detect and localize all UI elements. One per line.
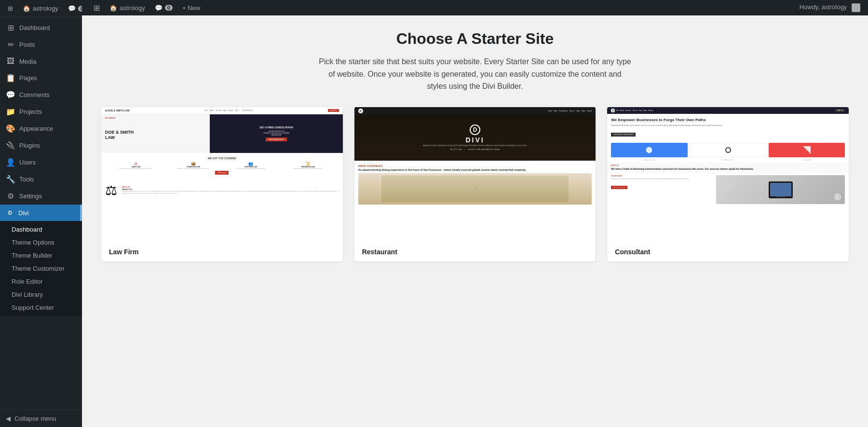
user-avatar xyxy=(852,3,860,12)
topbar-comment-icon: 💬 xyxy=(155,4,163,12)
topbar-home-icon: 🏠 xyxy=(109,4,117,12)
divi-subitem-support[interactable]: Support Center xyxy=(0,301,82,314)
page-title: Choose A Starter Site xyxy=(101,30,849,48)
sidebar-item-appearance[interactable]: 🎨 Appearance xyxy=(0,120,82,137)
sidebar-item-media[interactable]: 🖼 Media xyxy=(0,53,82,69)
settings-icon: ⚙ xyxy=(6,192,15,201)
divi-subitem-role-editor[interactable]: Role Editor xyxy=(0,275,82,288)
dashboard-icon: ⊞ xyxy=(6,23,15,32)
appearance-icon: 🎨 xyxy=(6,124,15,133)
sidebar-item-pages[interactable]: 📋 Pages xyxy=(0,69,82,86)
restaurant-label: Restaurant xyxy=(354,242,596,262)
divi-subitem-theme-builder[interactable]: Theme Builder xyxy=(0,249,82,262)
main-content: ⊞ 🏠 astrology 💬 0 + New Howdy, astrology… xyxy=(82,0,868,427)
sidebar-item-plugins[interactable]: 🔌 Plugins xyxy=(0,137,82,154)
topbar-new[interactable]: + New xyxy=(178,2,204,14)
comments-badge: 0 xyxy=(78,6,82,12)
sidebar-item-posts[interactable]: ✏ Posts xyxy=(0,36,82,53)
svg-marker-0 xyxy=(646,147,652,153)
comment-icon: 💬 xyxy=(68,5,76,12)
sidebar-topbar: ⊞ 🏠 astrology 💬 0 + New xyxy=(0,0,82,17)
pages-icon: 📋 xyxy=(6,73,15,83)
sidebar-item-projects[interactable]: 📁 Projects xyxy=(0,103,82,120)
divi-submenu: Dashboard Theme Options Theme Builder Th… xyxy=(0,221,82,316)
sidebar-item-comments[interactable]: 💬 Comments xyxy=(0,86,82,103)
sidebar-item-dashboard[interactable]: ⊞ Dashboard xyxy=(0,19,82,36)
plugins-icon: 🔌 xyxy=(6,141,15,150)
comments-link[interactable]: 💬 0 xyxy=(64,3,82,14)
sidebar: ⊞ 🏠 astrology 💬 0 + New ⊞ Dashboard ✏ Po… xyxy=(0,0,82,427)
topbar-site-name[interactable]: 🏠 astrology xyxy=(106,2,149,14)
topbar-user-greeting: Howdy, astrology xyxy=(800,3,860,12)
divi-subitem-theme-customizer[interactable]: Theme Customizer xyxy=(0,262,82,275)
wp-logo-icon: ⊞ xyxy=(8,5,13,12)
starter-sites-grid: ⊕ DOE & SMITH LAW HomeAboutServicesBlogC… xyxy=(101,107,849,262)
starter-site-restaurant[interactable]: D HomeBitesReservationsHours ▾BlogShopCo… xyxy=(354,107,596,262)
sidebar-item-tools[interactable]: 🔧 Tools xyxy=(0,171,82,188)
sidebar-item-users[interactable]: 👤 Users xyxy=(0,154,82,171)
restaurant-preview: D HomeBitesReservationsHours ▾BlogShopCo… xyxy=(354,107,596,242)
collapse-icon: ◀ xyxy=(6,415,11,422)
wp-logo-link[interactable]: ⊞ xyxy=(4,3,17,14)
users-icon: 👤 xyxy=(6,158,15,167)
law-firm-label: Law Firm xyxy=(101,242,343,262)
starter-site-consultant[interactable]: D DiviAboutServicesServiceShopBlogContac… xyxy=(607,107,849,262)
sidebar-item-divi[interactable]: D Divi xyxy=(0,205,82,221)
home-icon: 🏠 xyxy=(23,5,30,12)
topbar-wp-icon: ⊞ xyxy=(94,3,100,13)
divi-subitem-library[interactable]: Divi Library xyxy=(0,288,82,301)
page-description: Pick the starter site that best suits yo… xyxy=(318,55,632,93)
consultant-label: Consultant xyxy=(607,242,849,262)
consultant-preview: D DiviAboutServicesServiceShopBlogContac… xyxy=(607,107,849,242)
active-indicator xyxy=(80,205,82,221)
starter-site-law-firm[interactable]: ⊕ DOE & SMITH LAW HomeAboutServicesBlogC… xyxy=(101,107,343,262)
law-firm-preview: ⊕ DOE & SMITH LAW HomeAboutServicesBlogC… xyxy=(101,107,343,242)
topbar-comments[interactable]: 💬 0 xyxy=(151,2,176,14)
projects-icon: 📁 xyxy=(6,107,15,116)
svg-marker-1 xyxy=(803,146,811,154)
topbar-left: ⊞ 🏠 astrology 💬 0 + New xyxy=(90,1,204,14)
sidebar-item-settings[interactable]: ⚙ Settings xyxy=(0,188,82,205)
divi-icon: D xyxy=(6,208,14,217)
collapse-menu-button[interactable]: ◀ Collapse menu xyxy=(0,410,82,427)
main-nav: ⊞ Dashboard ✏ Posts 🖼 Media 📋 Pages 💬 Co… xyxy=(0,17,82,410)
posts-icon: ✏ xyxy=(6,40,15,49)
comments-icon: 💬 xyxy=(6,90,15,99)
divi-subitem-theme-options[interactable]: Theme Options xyxy=(0,236,82,249)
tools-icon: 🔧 xyxy=(6,175,15,184)
topbar-wp-logo[interactable]: ⊞ xyxy=(90,1,104,14)
divi-subitem-dashboard[interactable]: Dashboard xyxy=(0,223,82,236)
wp-topbar: ⊞ 🏠 astrology 💬 0 + New Howdy, astrology xyxy=(82,0,868,15)
page-heading: Choose A Starter Site Pick the starter s… xyxy=(101,30,849,93)
topbar-comments-badge: 0 xyxy=(165,5,173,11)
content-area: Choose A Starter Site Pick the starter s… xyxy=(82,15,868,427)
site-name-link[interactable]: 🏠 astrology xyxy=(19,3,62,14)
media-icon: 🖼 xyxy=(6,57,15,66)
